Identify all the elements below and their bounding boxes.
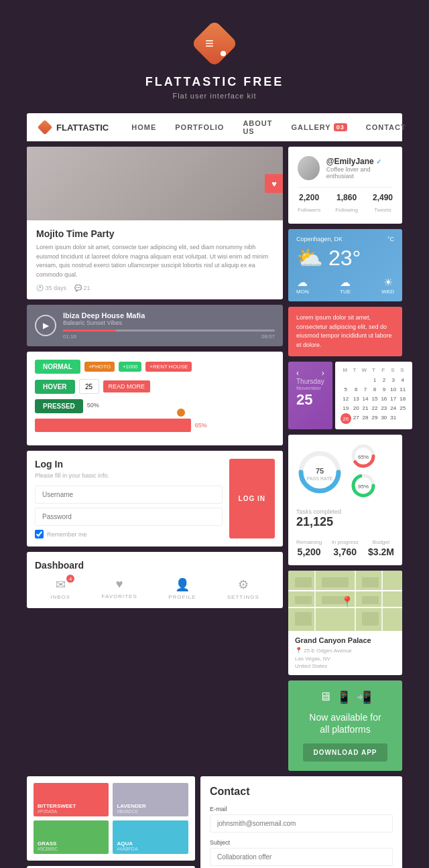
following-stat: 1,860 Following: [335, 193, 358, 214]
pressed-button[interactable]: PRESSED: [35, 399, 83, 413]
subject-input[interactable]: [210, 848, 393, 866]
brand-subtitle: Flat user interface kit: [145, 92, 284, 100]
cal-21[interactable]: 21: [361, 404, 370, 413]
blog-time: 🕐 35 days: [36, 285, 66, 291]
cal-w: W: [359, 367, 369, 373]
cal-7[interactable]: 7: [361, 385, 370, 394]
cal-18[interactable]: 18: [398, 394, 407, 403]
nav-contact[interactable]: CONTACT: [357, 113, 416, 141]
svg-rect-3: [38, 120, 52, 135]
cal-26-today[interactable]: 26: [341, 413, 351, 424]
email-label: E-mail: [210, 806, 393, 812]
num-tag[interactable]: +1000: [119, 362, 141, 372]
rent-house-tag[interactable]: +RENT HOUSE: [145, 362, 192, 372]
cal-3[interactable]: 3: [389, 376, 397, 384]
donut-chart-95: 95%: [350, 472, 377, 499]
cal-24[interactable]: 24: [389, 404, 397, 413]
swatches-card: BITTERSWEET #F05A5A LAVENDER #B0ADC0 GRA…: [27, 776, 195, 861]
nav-portfolio[interactable]: PORTFOLIO: [166, 113, 233, 141]
dashboard-favorites[interactable]: ♥ FAVORITES: [101, 577, 137, 600]
weather-days: ☁ MON ☁ TUE ☀ WED: [296, 276, 394, 295]
weather-temp: 23°: [328, 246, 361, 271]
next-day-button[interactable]: ›: [322, 368, 324, 378]
hover-button[interactable]: HOVER: [35, 380, 75, 394]
cal-29[interactable]: 29: [371, 413, 379, 424]
red-progress-bar: [35, 419, 191, 432]
cal-31[interactable]: 31: [389, 413, 397, 424]
login-button[interactable]: LOG IN: [229, 459, 275, 538]
number-input[interactable]: [79, 379, 99, 394]
login-title: Log In: [35, 459, 223, 469]
email-input[interactable]: [210, 814, 393, 833]
username-input[interactable]: [35, 486, 223, 504]
music-progress-bar[interactable]: [63, 330, 275, 332]
prev-day-button[interactable]: ‹: [296, 368, 299, 378]
cal-23[interactable]: 23: [379, 404, 388, 413]
normal-button[interactable]: NORMAL: [35, 360, 80, 374]
dashboard-inbox[interactable]: ✉4 INBOX: [50, 577, 70, 600]
bottom-left: BITTERSWEET #F05A5A LAVENDER #B0ADC0 GRA…: [27, 776, 195, 868]
photo-tag[interactable]: +PHOTO: [84, 362, 115, 372]
read-more-button[interactable]: READ MORE: [103, 380, 151, 392]
dashboard-profile[interactable]: 👤 PROFILE: [168, 577, 196, 600]
cal-12[interactable]: 12: [341, 394, 351, 403]
cal-6[interactable]: 6: [352, 385, 361, 394]
weather-wed: ☀ WED: [381, 276, 394, 295]
cal-17[interactable]: 17: [389, 394, 397, 403]
cal-20[interactable]: 20: [352, 404, 361, 413]
music-progress-fill: [63, 330, 116, 332]
cal-11[interactable]: 11: [398, 385, 407, 394]
followers-label: Followers: [298, 207, 320, 213]
quote-card: Lorem ipsum dolor sit amet, consectetur …: [288, 307, 402, 356]
tweets-stat: 2,490 Tweets: [373, 193, 393, 214]
svg-text:≡: ≡: [205, 35, 214, 52]
twitter-user-info: @EmilyJane ✓ Coffee lover and enthusiast: [326, 157, 393, 179]
donut-chart-main: 75 PASS RATE: [296, 449, 343, 496]
svg-text:75: 75: [316, 467, 324, 475]
tasks-completed-num: 21,125: [296, 515, 394, 529]
twitter-card: @EmilyJane ✓ Coffee lover and enthusiast…: [288, 147, 402, 224]
password-input[interactable]: [35, 508, 223, 526]
cal-9[interactable]: 9: [379, 385, 388, 394]
cal-10[interactable]: 10: [389, 385, 397, 394]
inbox-label: INBOX: [50, 594, 70, 600]
cal-2[interactable]: 2: [379, 376, 388, 384]
blog-text: Lorem ipsum dolor sit amet, consecte tue…: [36, 243, 273, 279]
nav-aboutus[interactable]: ABOUT US: [233, 113, 282, 141]
twitter-handle: @EmilyJane ✓: [326, 157, 393, 166]
nav-gallery[interactable]: GALLERY 03: [282, 113, 357, 141]
platform-text: Now available forall platforms: [298, 711, 393, 735]
cal-4[interactable]: 4: [398, 376, 407, 384]
music-play-button[interactable]: ▶: [35, 315, 56, 336]
cal-22[interactable]: 22: [371, 404, 379, 413]
progress-handle[interactable]: [177, 409, 185, 417]
calendar-header: M T W T F S S: [341, 367, 407, 373]
weather-card: Copenhagen, DK °C ⛅ 23° ☁ MON ☁: [288, 229, 402, 301]
cal-25[interactable]: 25: [398, 404, 407, 413]
remember-checkbox[interactable]: [35, 530, 44, 538]
cal-19[interactable]: 19: [341, 404, 351, 413]
blog-heart[interactable]: ♥: [265, 174, 283, 193]
thursday-calendar-section: ‹ › Thursday November 25 M T W T: [288, 362, 402, 429]
cal-15[interactable]: 15: [371, 394, 379, 403]
tweets-label: Tweets: [374, 207, 391, 213]
svg-point-2: [221, 51, 226, 56]
cal-14[interactable]: 14: [361, 394, 370, 403]
weather-main: ⛅ 23°: [296, 245, 394, 271]
svg-rect-26: [295, 612, 312, 626]
cal-16[interactable]: 16: [379, 394, 388, 403]
remaining-stat: Remaining 5,200: [296, 534, 322, 557]
cal-5[interactable]: 5: [341, 385, 351, 394]
cal-30[interactable]: 30: [379, 413, 388, 424]
cal-1[interactable]: 1: [371, 376, 379, 384]
download-app-button[interactable]: DOWNLOAD APP: [303, 743, 388, 762]
dashboard-settings[interactable]: ⚙ SETTINGS: [227, 577, 259, 600]
weather-tue: ☁ TUE: [340, 276, 351, 295]
cal-empty4: [398, 413, 407, 424]
cal-27[interactable]: 27: [352, 413, 361, 424]
cal-13[interactable]: 13: [352, 394, 361, 403]
cal-8[interactable]: 8: [371, 385, 379, 394]
red-bar-row: 65%: [35, 419, 275, 432]
cal-28[interactable]: 28: [361, 413, 370, 424]
nav-home[interactable]: HOME: [122, 113, 166, 141]
